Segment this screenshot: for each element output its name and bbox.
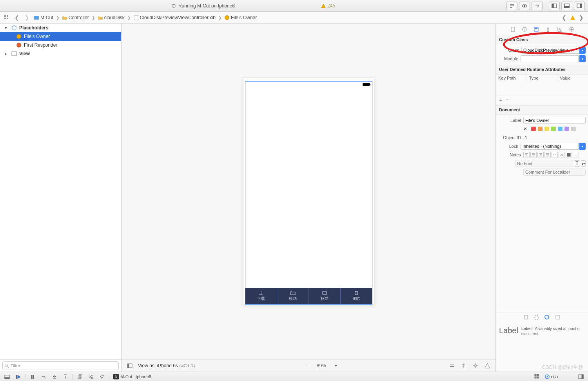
filter-icon <box>4 363 9 368</box>
font-color-button[interactable] <box>559 152 565 158</box>
table-col-type[interactable]: Type <box>527 74 558 82</box>
doc-label-field[interactable] <box>523 117 586 124</box>
label-color-swatch[interactable] <box>544 127 549 131</box>
tab-tag[interactable]: 标签 <box>309 288 341 304</box>
font-picker-button[interactable]: T <box>574 160 580 167</box>
root-view[interactable]: 下载 移动 标签 删除 <box>245 81 372 305</box>
pin-button[interactable] <box>471 361 480 370</box>
standard-editor-button[interactable] <box>506 2 517 10</box>
align-natural-button[interactable] <box>552 152 558 158</box>
view-as-label[interactable]: View as: iPhone 6s (wC hR) <box>138 363 195 368</box>
toggle-right-panel-button[interactable] <box>574 2 585 10</box>
class-dropdown-button[interactable]: ▾ <box>579 47 586 54</box>
add-attribute-button[interactable]: ＋ <box>498 97 503 104</box>
toggle-outline-button[interactable] <box>125 361 134 370</box>
more-button[interactable]: … <box>573 152 579 158</box>
svg-point-33 <box>557 316 557 317</box>
location-button[interactable] <box>97 373 107 380</box>
toggle-bottom-panel-button[interactable] <box>561 2 572 10</box>
toggle-console-button[interactable] <box>2 373 12 380</box>
continue-button[interactable] <box>13 373 23 380</box>
stack-button[interactable] <box>448 361 456 370</box>
related-items-button[interactable] <box>2 14 11 22</box>
outline-item-view[interactable]: ▸ View <box>0 49 121 58</box>
file-inspector-tab[interactable] <box>509 25 517 33</box>
connections-inspector-tab[interactable] <box>568 25 575 33</box>
outline-filter-input[interactable] <box>2 361 119 370</box>
disclosure-triangle-icon[interactable]: ▾ <box>5 25 9 31</box>
breadcrumb-folder[interactable]: cloudDisk <box>97 15 125 20</box>
localizer-comment-field[interactable] <box>523 169 586 176</box>
zoom-out-button[interactable]: − <box>303 361 311 370</box>
toggle-left-panel-button[interactable] <box>549 2 560 10</box>
library-search-input[interactable] <box>551 374 575 379</box>
lock-field[interactable] <box>521 143 579 150</box>
resolve-button[interactable] <box>483 361 492 370</box>
align-button[interactable] <box>459 361 468 370</box>
library-view-grid-button[interactable] <box>532 373 542 380</box>
code-snippet-lib-tab[interactable]: { } <box>534 314 539 320</box>
align-center-button[interactable] <box>530 152 537 158</box>
no-color-button[interactable]: ✕ <box>523 126 527 132</box>
debug-view-button[interactable] <box>75 373 85 380</box>
forward-button[interactable]: ❯ <box>23 14 31 22</box>
remove-attribute-button[interactable]: − <box>506 97 509 104</box>
step-over-button[interactable] <box>39 373 48 380</box>
label-color-swatch[interactable] <box>551 127 556 131</box>
label-color-swatch[interactable] <box>538 127 543 131</box>
warning-icon[interactable] <box>570 15 575 20</box>
runtime-attributes-table[interactable]: Key Path Type Value <box>496 74 588 96</box>
attributes-inspector-tab[interactable] <box>544 25 552 33</box>
tab-delete[interactable]: 删除 <box>341 288 372 304</box>
svg-rect-20 <box>450 365 454 365</box>
label-color-swatch[interactable] <box>531 127 536 131</box>
assistant-editor-button[interactable] <box>519 2 530 10</box>
view-body[interactable] <box>245 87 372 288</box>
font-bg-button[interactable] <box>566 152 572 158</box>
toggle-right-panel-footer[interactable] <box>576 373 586 380</box>
label-color-swatch[interactable] <box>564 127 569 131</box>
identity-inspector-tab[interactable] <box>532 25 540 33</box>
debug-target[interactable]: N M-Cut : Iphone6 <box>113 374 151 379</box>
help-inspector-tab[interactable]: ? <box>521 25 528 33</box>
scene-view[interactable]: 下载 移动 标签 删除 <box>243 78 374 305</box>
align-justify-button[interactable] <box>544 152 551 158</box>
lock-dropdown-button[interactable]: ▾ <box>579 143 586 150</box>
size-inspector-tab[interactable] <box>556 25 564 33</box>
breadcrumb-folder[interactable]: Controller <box>61 15 90 20</box>
svg-rect-38 <box>33 375 34 379</box>
memory-graph-button[interactable] <box>86 373 96 380</box>
step-into-button[interactable] <box>50 373 59 380</box>
label-color-swatch[interactable] <box>571 127 576 131</box>
breadcrumb-file[interactable]: CloudDiskPreviewViewController.xib <box>132 15 216 20</box>
align-right-button[interactable] <box>537 152 544 158</box>
outline-item-first-responder[interactable]: First Responder <box>0 41 121 49</box>
pause-button[interactable] <box>28 373 37 380</box>
breadcrumb-owner[interactable]: File's Owner <box>223 15 258 20</box>
label-color-swatch[interactable] <box>558 127 563 131</box>
prev-issue-button[interactable]: ❮ <box>560 14 568 22</box>
tab-download[interactable]: 下载 <box>245 288 277 304</box>
outline-item-files-owner[interactable]: File's Owner <box>0 32 121 41</box>
align-left-button[interactable] <box>523 152 530 158</box>
tab-move[interactable]: 移动 <box>277 288 309 304</box>
media-lib-tab[interactable] <box>555 314 561 320</box>
breadcrumb-project[interactable]: M-Cut <box>33 15 54 20</box>
warning-indicator[interactable]: 245 <box>321 3 335 9</box>
module-dropdown-button[interactable]: ▾ <box>579 55 586 62</box>
version-editor-button[interactable] <box>532 2 543 10</box>
next-issue-button[interactable]: ❯ <box>577 14 586 22</box>
disclosure-triangle-icon[interactable]: ▸ <box>5 51 9 56</box>
step-out-button[interactable] <box>61 373 70 380</box>
notes-font-field[interactable] <box>515 160 573 167</box>
object-lib-tab[interactable] <box>544 314 550 320</box>
table-col-keypath[interactable]: Key Path <box>496 74 527 82</box>
class-field[interactable] <box>521 47 579 54</box>
outline-section-header[interactable]: ▾ Placeholders <box>0 24 121 32</box>
zoom-in-button[interactable]: + <box>332 361 340 370</box>
table-col-value[interactable]: Value <box>557 74 588 82</box>
stepper-button[interactable]: ▴▾ <box>581 160 586 167</box>
back-button[interactable]: ❮ <box>13 14 21 22</box>
module-field[interactable] <box>521 55 579 62</box>
file-template-lib-tab[interactable] <box>523 314 529 320</box>
